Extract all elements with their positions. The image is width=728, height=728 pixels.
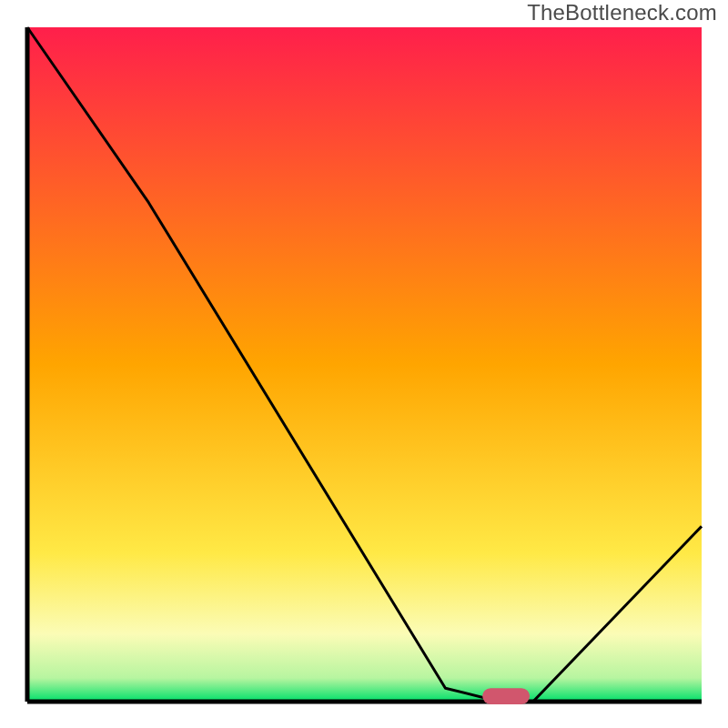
- plot-area: [27, 27, 702, 704]
- chart-canvas: TheBottleneck.com: [0, 0, 728, 728]
- optimal-marker: [482, 688, 530, 704]
- gradient-background: [27, 27, 702, 702]
- bottleneck-chart-svg: [0, 0, 728, 728]
